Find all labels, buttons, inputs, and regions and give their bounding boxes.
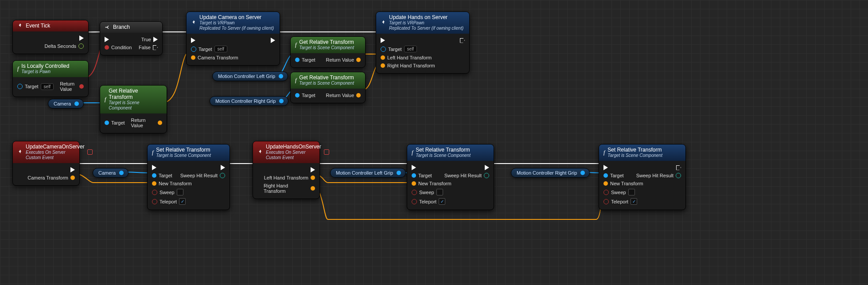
exec-out-pin[interactable]: [70, 167, 75, 172]
var-mc-left-grip-2[interactable]: Motion Controller Left Grip: [330, 168, 406, 178]
teleport-pin[interactable]: Teleport✓: [412, 198, 445, 205]
exec-out-pin[interactable]: [676, 165, 681, 170]
right-hand-transform-pin[interactable]: Right Hand Transform: [381, 63, 435, 68]
teleport-checkbox[interactable]: ✓: [439, 198, 445, 205]
target-pin[interactable]: Targetself: [17, 83, 54, 90]
teleport-pin[interactable]: Teleport✓: [603, 198, 637, 205]
node-header: Branch: [100, 22, 162, 33]
return-value-pin[interactable]: Return Value: [60, 81, 84, 92]
new-transform-pin[interactable]: New Transform: [603, 181, 643, 186]
node-title: Event Tick: [26, 23, 50, 29]
camera-transform-pin[interactable]: Camera Transform: [27, 175, 75, 180]
return-value-pin[interactable]: Return Value: [131, 117, 162, 128]
node-event-update-hands-on-server[interactable]: UpdateHandsOnServerExecutes On ServerCus…: [253, 141, 320, 199]
node-get-relative-transform-3[interactable]: f Get Relative TransformTarget is Scene …: [290, 72, 366, 103]
var-camera-2[interactable]: Camera: [93, 168, 128, 178]
left-hand-transform-pin[interactable]: Left Hand Transform: [381, 55, 432, 60]
var-mc-right-grip-2[interactable]: Motion Controller Right Grip: [511, 168, 590, 178]
node-title: Set Relative Transform: [416, 147, 471, 153]
exec-in-pin[interactable]: [412, 165, 416, 170]
camera-transform-pin[interactable]: Camera Transform: [191, 55, 238, 60]
node-get-relative-transform-2[interactable]: f Get Relative TransformTarget is Scene …: [290, 36, 366, 68]
new-transform-pin[interactable]: New Transform: [412, 181, 452, 186]
node-header: f Is Locally ControlledTarget is Pawn: [13, 61, 88, 77]
custom-event-icon: [17, 149, 23, 155]
node-update-hands-on-server[interactable]: Update Hands on ServerTarget is VRPawnRe…: [376, 12, 470, 74]
sweep-checkbox[interactable]: [628, 189, 635, 195]
exec-out-pin[interactable]: [79, 35, 84, 41]
node-event-tick[interactable]: Event Tick Delta Seconds: [12, 20, 89, 54]
condition-pin[interactable]: Condition: [105, 45, 132, 50]
exec-out-pin[interactable]: [221, 165, 225, 170]
sweep-pin[interactable]: Sweep: [603, 189, 635, 195]
sweep-hit-result-pin[interactable]: Sweep Hit Result: [636, 173, 681, 178]
node-header: f Get Relative TransformTarget is Scene …: [100, 86, 167, 113]
function-icon: f: [105, 96, 106, 103]
delta-seconds-pin[interactable]: Delta Seconds: [44, 43, 84, 49]
sweep-checkbox[interactable]: [177, 189, 183, 195]
node-event-update-camera-on-server[interactable]: UpdateCameraOnServerExecutes On ServerCu…: [12, 141, 80, 186]
node-header: Update Camera on ServerTarget is VRPawnR…: [187, 12, 280, 34]
left-hand-transform-pin[interactable]: Left Hand Transform: [264, 175, 315, 180]
exec-out-pin[interactable]: [460, 38, 465, 43]
target-pin[interactable]: Targetself: [381, 46, 417, 52]
exec-in-pin[interactable]: [603, 165, 608, 170]
true-pin[interactable]: True: [141, 37, 158, 42]
node-set-relative-transform-3[interactable]: f Set Relative TransformTarget is Scene …: [599, 144, 686, 210]
node-update-camera-on-server[interactable]: Update Camera on ServerTarget is VRPawnR…: [186, 12, 280, 66]
output-pin[interactable]: [580, 171, 585, 175]
output-pin[interactable]: [119, 171, 124, 175]
output-pin[interactable]: [397, 171, 401, 175]
target-pin[interactable]: Target: [603, 173, 624, 178]
return-value-pin[interactable]: Return Value: [326, 93, 361, 98]
event-icon: [17, 23, 23, 29]
node-title: Get Relative Transform: [109, 88, 162, 100]
node-set-relative-transform-1[interactable]: f Set Relative TransformTarget is Scene …: [147, 144, 230, 210]
node-set-relative-transform-2[interactable]: f Set Relative TransformTarget is Scene …: [407, 144, 494, 210]
node-branch[interactable]: Branch True ConditionFalse: [100, 21, 163, 55]
var-mc-right-grip[interactable]: Motion Controller Right Grip: [210, 96, 288, 106]
node-title: Set Relative Transform: [607, 147, 662, 153]
node-get-relative-transform-1[interactable]: f Get Relative TransformTarget is Scene …: [100, 85, 167, 133]
node-header: f Set Relative TransformTarget is Scene …: [148, 144, 230, 161]
exec-in-pin[interactable]: [105, 37, 109, 42]
node-title: Set Relative Transform: [156, 147, 211, 153]
exec-out-pin[interactable]: [271, 38, 275, 43]
return-value-pin[interactable]: Return Value: [326, 57, 361, 62]
teleport-checkbox[interactable]: ✓: [631, 198, 637, 205]
exec-in-pin[interactable]: [191, 38, 195, 43]
target-pin[interactable]: Target: [295, 57, 315, 62]
output-pin[interactable]: [279, 74, 283, 78]
target-pin[interactable]: Target: [295, 93, 315, 98]
sweep-pin[interactable]: Sweep: [152, 189, 183, 195]
right-hand-transform-pin[interactable]: Right Hand Transform: [264, 183, 315, 194]
sweep-checkbox[interactable]: [436, 189, 443, 195]
target-pin[interactable]: Targetself: [191, 46, 227, 52]
node-is-locally-controlled[interactable]: f Is Locally ControlledTarget is Pawn Ta…: [12, 60, 89, 97]
false-pin[interactable]: False: [139, 45, 158, 50]
teleport-checkbox[interactable]: ✓: [179, 198, 186, 205]
exec-in-pin[interactable]: [381, 38, 385, 43]
output-pin[interactable]: [74, 102, 79, 106]
sweep-hit-result-pin[interactable]: Sweep Hit Result: [444, 173, 489, 178]
node-title: Update Hands on Server: [389, 14, 463, 20]
node-title: UpdateHandsOnServer: [266, 144, 321, 150]
target-pin[interactable]: Target: [152, 173, 172, 178]
var-mc-left-grip[interactable]: Motion Controller Left Grip: [212, 71, 288, 81]
node-header: f Get Relative TransformTarget is Scene …: [291, 72, 365, 89]
exec-out-pin[interactable]: [485, 165, 489, 170]
target-pin[interactable]: Target: [412, 173, 432, 178]
delegate-pin[interactable]: [324, 149, 329, 155]
sweep-pin[interactable]: Sweep: [412, 189, 443, 195]
new-transform-pin[interactable]: New Transform: [152, 181, 192, 186]
function-icon: f: [603, 149, 605, 156]
exec-in-pin[interactable]: [152, 165, 156, 170]
sweep-hit-result-pin[interactable]: Sweep Hit Result: [180, 173, 225, 178]
target-pin[interactable]: Target: [105, 120, 125, 125]
var-camera[interactable]: Camera: [48, 99, 84, 109]
teleport-pin[interactable]: Teleport✓: [152, 198, 186, 205]
exec-out-pin[interactable]: [311, 167, 315, 172]
delegate-pin[interactable]: [87, 149, 93, 155]
output-pin[interactable]: [279, 99, 284, 103]
function-icon: f: [295, 77, 296, 84]
